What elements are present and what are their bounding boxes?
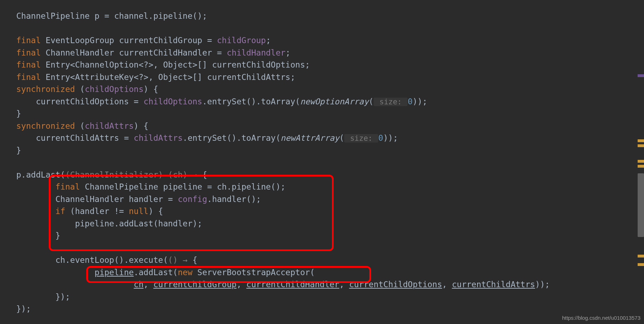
gutter-marker[interactable] [638,263,644,266]
code-editor[interactable]: ChannelPipeline p = channel.pipeline(); … [0,0,644,315]
code-line: final Entry<ChannelOption<?>, Object>[] … [16,59,644,71]
watermark-text: https://blog.csdn.net/u010013573 [562,314,640,322]
code-line: synchronized (childAttrs) { [16,120,644,132]
gutter-marker[interactable] [638,165,644,168]
code-line: if (handler != null) { [16,205,644,218]
code-line: final ChannelHandler currentChildHandler… [16,47,644,59]
code-line: currentChildAttrs = childAttrs.entrySet(… [16,132,644,144]
code-line: ChannelHandler handler = config.handler(… [16,193,644,206]
code-line: pipeline.addLast(handler); [16,218,644,230]
code-line: ChannelPipeline p = channel.pipeline(); [16,10,644,22]
scrollbar-gutter[interactable] [638,74,644,268]
code-line: p.addLast((ChannelInitializer) (ch) → { [16,169,644,181]
gutter-marker[interactable] [638,139,644,142]
code-line: ch, currentChildGroup, currentChildHandl… [16,278,644,291]
scrollbar-thumb[interactable] [638,173,644,237]
code-line: } [16,144,644,157]
code-line: currentChildOptions = childOptions.entry… [16,96,644,108]
code-line [16,242,644,254]
code-line: final ChannelPipeline pipeline = ch.pipe… [16,181,644,193]
inline-hint: size: [374,98,408,106]
code-line: pipeline.addLast(new ServerBootstrapAcce… [16,266,644,279]
code-line: synchronized (childOptions) { [16,83,644,96]
code-line: final Entry<AttributeKey<?>, Object>[] c… [16,71,644,83]
gutter-marker[interactable] [638,74,644,77]
code-line [16,22,644,35]
code-line: final EventLoopGroup currentChildGroup =… [16,34,644,47]
code-line: } [16,108,644,120]
gutter-marker[interactable] [638,160,644,163]
code-line: } [16,230,644,242]
code-line [16,156,644,169]
gutter-marker[interactable] [638,144,644,147]
code-line: }); [16,291,644,303]
code-line: ch.eventLoop().execute(() → { [16,254,644,266]
code-line: }); [16,303,644,315]
inline-hint: size: [344,134,379,143]
gutter-marker[interactable] [638,255,644,258]
